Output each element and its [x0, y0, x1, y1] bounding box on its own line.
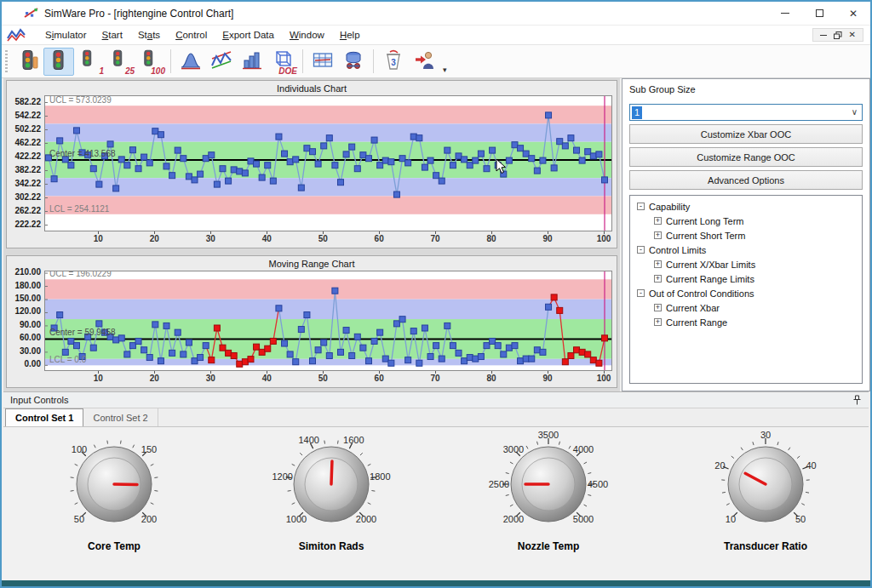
traffic-light-step-button-25[interactable]: 25 [105, 48, 135, 76]
tab-control-set-1[interactable]: Control Set 1 [5, 408, 83, 426]
knob-scale-label: 1200 [272, 471, 292, 482]
chevron-down-icon[interactable]: ∨ [852, 107, 858, 117]
menu-control[interactable]: Control [168, 28, 215, 42]
tree-item-label: Current Long Term [666, 216, 744, 226]
data-point [90, 345, 96, 351]
tree-item-control-limits[interactable]: -Control Limits [632, 243, 860, 257]
moving-range-x-axis: 102030405060708090100 [44, 371, 612, 385]
customize-range-ooc-button[interactable]: Customize Range OOC [629, 147, 863, 167]
expand-icon[interactable]: + [654, 275, 662, 283]
data-point [354, 334, 360, 340]
minimize-button[interactable] [768, 2, 802, 25]
traffic-light-run-button[interactable] [13, 48, 43, 76]
menu-start[interactable]: Start [95, 28, 130, 42]
expand-icon[interactable]: + [654, 260, 662, 268]
knob-scale-label: 1400 [298, 435, 318, 445]
knob-scale-label: 1000 [286, 514, 307, 524]
mdi-minimize-button[interactable] [820, 35, 827, 36]
data-point [181, 351, 186, 357]
mdi-restore-button[interactable] [834, 31, 842, 39]
data-point [445, 147, 450, 153]
data-point [68, 338, 74, 344]
discard-data-button[interactable]: 3 [378, 48, 409, 76]
pin-icon[interactable] [852, 395, 862, 406]
close-button[interactable]: ✕ [836, 2, 870, 25]
control-chart-icon [210, 49, 232, 74]
data-point [321, 340, 327, 345]
nozzle-temp-label: Nozzle Temp [450, 540, 646, 552]
advanced-options-button[interactable]: Advanced Options [629, 170, 863, 190]
toolbar-grip[interactable] [5, 50, 8, 72]
simiton-rads-knob[interactable]: 100012001400160018002000 [233, 431, 429, 539]
x-tick-label: 80 [480, 374, 502, 383]
menu-simulator[interactable]: Simulator [37, 28, 95, 42]
tree-item-label: Current Range Limits [666, 274, 754, 284]
menu-stats[interactable]: Stats [130, 28, 168, 42]
x-tick-label: 30 [199, 374, 221, 383]
data-point [73, 128, 79, 134]
data-point [298, 185, 304, 191]
y-tick-label: 502.22 [9, 124, 41, 134]
moving-range-plot[interactable]: UCL = 196.0229Center = 59.9458LCL = 0.0 [44, 271, 612, 371]
tree-item-current-long-term[interactable]: +Current Long Term [632, 214, 860, 228]
data-point [506, 345, 512, 351]
data-point [354, 166, 360, 172]
toolbar: 125100DOE3 ▾ [2, 45, 870, 78]
tree-item-current-short-term[interactable]: +Current Short Term [632, 228, 860, 243]
nozzle-temp-knob[interactable]: 2000250030003500400045005000 [450, 431, 646, 539]
x-tick-label: 30 [199, 234, 221, 243]
data-point [158, 358, 164, 364]
data-point [433, 343, 439, 349]
data-point [287, 159, 293, 165]
tree-item-current-xbar[interactable]: +Current Xbar [632, 300, 860, 315]
expand-icon[interactable]: + [654, 304, 662, 311]
data-point [113, 337, 119, 343]
control-chart-button[interactable] [206, 48, 237, 76]
expand-icon[interactable]: + [654, 231, 662, 239]
tree-item-out-of-control-conditions[interactable]: -Out of Control Conditions [632, 286, 860, 300]
tree-item-current-x-xbar-limits[interactable]: +Current X/Xbar Limits [632, 257, 860, 271]
traffic-light-button[interactable] [43, 48, 74, 76]
data-point [276, 305, 282, 311]
tree-item-current-range[interactable]: +Current Range [632, 315, 860, 329]
options-tree[interactable]: -Capability+Current Long Term+Current Sh… [629, 195, 863, 384]
collapse-icon[interactable]: - [637, 289, 645, 297]
maximize-button[interactable] [802, 2, 836, 25]
data-point [198, 171, 204, 177]
traffic-light-step-button-1[interactable]: 1 [74, 48, 105, 76]
menu-help[interactable]: Help [332, 28, 368, 42]
expand-icon[interactable]: + [654, 318, 662, 326]
traffic-light-step-button-100[interactable]: 100 [135, 48, 166, 76]
customize-xbar-ooc-button[interactable]: Customize Xbar OOC [629, 124, 863, 144]
collapse-icon[interactable]: - [637, 246, 645, 254]
individuals-plot[interactable]: UCL = 573.0239Center = 413.568LCL = 254.… [44, 95, 612, 231]
data-roller-button[interactable] [338, 48, 369, 76]
control-set-tabs: Control Set 1Control Set 2 [3, 408, 869, 427]
tree-item-current-range-limits[interactable]: +Current Range Limits [632, 271, 860, 286]
subgroup-size-combobox[interactable]: 1 ∨ [629, 104, 863, 121]
mdi-close-button[interactable]: ✕ [849, 31, 856, 39]
bell-curve-button[interactable] [175, 48, 206, 76]
exit-button[interactable] [409, 48, 439, 76]
transducer-ratio-knob[interactable]: 1020304050 [668, 431, 863, 539]
data-point [337, 349, 343, 355]
expand-icon[interactable]: + [654, 217, 662, 225]
tab-control-set-2[interactable]: Control Set 2 [83, 408, 158, 426]
tree-item-capability[interactable]: -Capability [632, 199, 860, 214]
collapse-icon[interactable]: - [637, 203, 645, 210]
toolbar-overflow-icon[interactable]: ▾ [443, 66, 447, 74]
doe-cube-button-doe[interactable]: DOE [267, 48, 298, 76]
core-temp-knob[interactable]: 50100150200 [16, 431, 212, 539]
data-point [439, 178, 445, 184]
data-table-button[interactable] [307, 48, 338, 76]
x-tick-label: 100 [593, 234, 615, 243]
menu-window[interactable]: Window [282, 28, 332, 42]
data-point [209, 357, 215, 363]
knob-needle[interactable] [331, 461, 332, 484]
data-point [490, 338, 496, 344]
histogram-button[interactable] [237, 48, 267, 76]
data-point [141, 347, 147, 353]
menu-export-data[interactable]: Export Data [215, 28, 282, 42]
data-point [265, 163, 271, 168]
data-point [146, 160, 152, 166]
